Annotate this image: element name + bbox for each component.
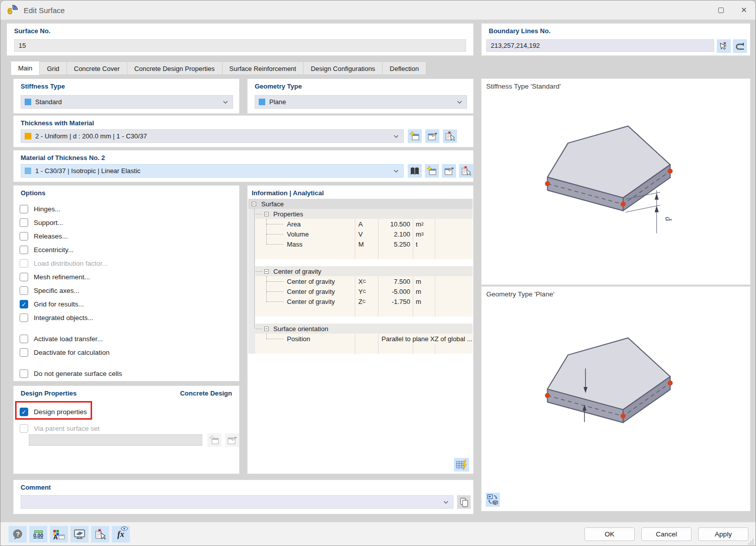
options-label: Options	[21, 189, 45, 197]
tree-row-symbol: A	[355, 219, 379, 229]
delete-view-settings-button[interactable]	[91, 526, 109, 542]
design-properties-group: Design Properties Concrete Design ✓ Desi…	[13, 385, 240, 474]
via-parent-option-label: Via parent surface set	[34, 425, 100, 432]
edit-material-button[interactable]	[442, 164, 456, 178]
comment-group: Comment	[13, 480, 474, 514]
collapse-icon[interactable]: −	[264, 212, 269, 216]
delete-material-button[interactable]	[459, 164, 473, 178]
cancel-button[interactable]: Cancel	[641, 527, 692, 541]
checkbox-mesh-refinement[interactable]	[20, 273, 28, 281]
stiffness-type-value: Standard	[35, 98, 62, 106]
checkbox-grid-for-results[interactable]: ✓	[20, 300, 28, 308]
units-settings-button[interactable]: 0,00	[29, 526, 47, 542]
checkbox-integrated-objects[interactable]	[20, 314, 28, 322]
tab-main[interactable]: Main	[11, 61, 40, 75]
option-grid-for-results[interactable]: ✓Grid for results...	[20, 297, 234, 311]
blank-cell	[379, 344, 413, 354]
title-bar[interactable]: 6 Edit Surface ✕	[1, 1, 755, 20]
select-pointer-icon	[719, 41, 729, 51]
tree-row-unit: m	[413, 286, 435, 296]
help-button[interactable]: ?	[9, 526, 27, 542]
material-select[interactable]: 1 - C30/37 | Isotropic | Linear Elastic	[21, 164, 404, 178]
surface-no-input[interactable]	[14, 39, 466, 52]
checkbox-releases[interactable]	[20, 232, 28, 241]
checkbox-eccentricity[interactable]	[20, 246, 28, 254]
option-support[interactable]: Support...	[20, 216, 234, 229]
material-library-button[interactable]	[408, 164, 422, 178]
delete-item-icon	[94, 528, 106, 540]
tree-row-center-of-gravityc: Center of gravityYC-5.000m	[255, 286, 473, 296]
option-activate-load-transfer[interactable]: Activate load transfer...	[20, 332, 234, 346]
collapse-icon[interactable]: −	[264, 327, 269, 331]
rendering-options-button[interactable]	[70, 526, 89, 542]
recalculate-button[interactable]	[454, 458, 469, 472]
boundary-lines-panel: Boundary Lines No.	[481, 23, 750, 56]
tab-concrete-design-properties[interactable]: Concrete Design Properties	[127, 61, 222, 75]
select-lines-button[interactable]	[717, 39, 731, 53]
stiffness-type-select[interactable]: Standard	[21, 95, 233, 109]
tree-row-extra	[435, 276, 473, 286]
option-label: Deactivate for calculation	[34, 349, 110, 356]
apply-button[interactable]: Apply	[698, 527, 748, 541]
tree-row-symbol: ZC	[355, 296, 379, 306]
option-label: Grid for results...	[34, 300, 84, 308]
tree-row-value: Parallel to plane XZ of global ...	[379, 334, 473, 344]
tab-grid[interactable]: Grid	[40, 61, 67, 75]
close-button[interactable]: ✕	[732, 1, 755, 20]
edit-item-icon	[427, 131, 438, 142]
chevron-down-icon	[394, 135, 399, 138]
checkbox-hinges[interactable]	[20, 205, 28, 213]
surface-no-panel: Surface No.	[7, 23, 474, 56]
new-thickness-button[interactable]	[408, 129, 422, 143]
highlight-frame	[15, 401, 92, 420]
maximize-button[interactable]	[709, 1, 732, 20]
option-specific-axes[interactable]: Specific axes...	[20, 284, 234, 297]
resize-grip[interactable]	[748, 539, 754, 545]
swap-view-icon	[487, 494, 498, 505]
material-value: 1 - C30/37 | Isotropic | Linear Elastic	[35, 167, 140, 175]
tab-concrete-cover[interactable]: Concrete Cover	[67, 61, 127, 75]
monitor-surface-icon	[73, 528, 86, 540]
tree-root-row: −Surface	[248, 199, 473, 209]
new-material-button[interactable]	[425, 164, 439, 178]
revert-selection-button[interactable]	[733, 39, 747, 53]
library-book-icon	[409, 166, 420, 177]
formula-visibility-button[interactable]: fx	[112, 526, 130, 542]
collapse-icon[interactable]: −	[252, 202, 256, 206]
comment-label: Comment	[21, 484, 51, 491]
checkbox-deactivate-for-calculation[interactable]	[20, 348, 28, 357]
edit-surface-dialog: 6 Edit Surface ✕ Surface No. Boundary Li…	[0, 0, 756, 546]
delete-thickness-button[interactable]	[443, 129, 457, 143]
option-eccentricity[interactable]: Eccentricity...	[20, 243, 234, 257]
chevron-down-icon	[394, 170, 399, 173]
checkbox-support[interactable]	[20, 218, 28, 227]
checkbox-specific-axes[interactable]	[20, 286, 28, 295]
checkbox-load-distribution-factor	[20, 259, 28, 268]
display-settings-button[interactable]: A	[50, 526, 68, 542]
ok-button[interactable]: OK	[584, 527, 635, 541]
option-hinges[interactable]: Hinges...	[20, 202, 234, 216]
tab-deflection[interactable]: Deflection	[383, 61, 426, 75]
units-icon: 0,00	[33, 530, 43, 538]
thickness-select[interactable]: 2 - Uniform | d : 200.0 mm | 1 - C30/37	[21, 129, 404, 143]
checkbox-activate-load-transfer[interactable]	[20, 335, 28, 343]
tab-surface-reinforcement[interactable]: Surface Reinforcement	[222, 61, 304, 75]
tree-section-surface-orientation: −Surface orientation	[255, 324, 473, 334]
svg-text:6: 6	[8, 7, 12, 16]
collapse-icon[interactable]: −	[264, 269, 269, 274]
option-releases[interactable]: Releases...	[20, 229, 234, 243]
copy-comment-button[interactable]	[457, 495, 471, 509]
edit-thickness-button[interactable]	[425, 129, 439, 143]
geometry-type-select[interactable]: Plane	[255, 95, 467, 109]
toggle-preview-button[interactable]	[486, 493, 500, 507]
option-do-not-generate-surface-cells[interactable]: Do not generate surface cells	[20, 367, 234, 380]
boundary-lines-input[interactable]	[486, 39, 714, 52]
option-mesh-refinement[interactable]: Mesh refinement...	[20, 270, 234, 284]
option-integrated-objects[interactable]: Integrated objects...	[20, 311, 234, 325]
checkbox-do-not-generate-surface-cells[interactable]	[20, 369, 28, 378]
option-deactivate-for-calculation[interactable]: Deactivate for calculation	[20, 346, 234, 359]
tab-design-configurations[interactable]: Design Configurations	[304, 61, 383, 75]
comment-input[interactable]	[21, 495, 453, 509]
tree-row-name: Position	[255, 334, 355, 344]
blank-cell	[355, 306, 379, 317]
